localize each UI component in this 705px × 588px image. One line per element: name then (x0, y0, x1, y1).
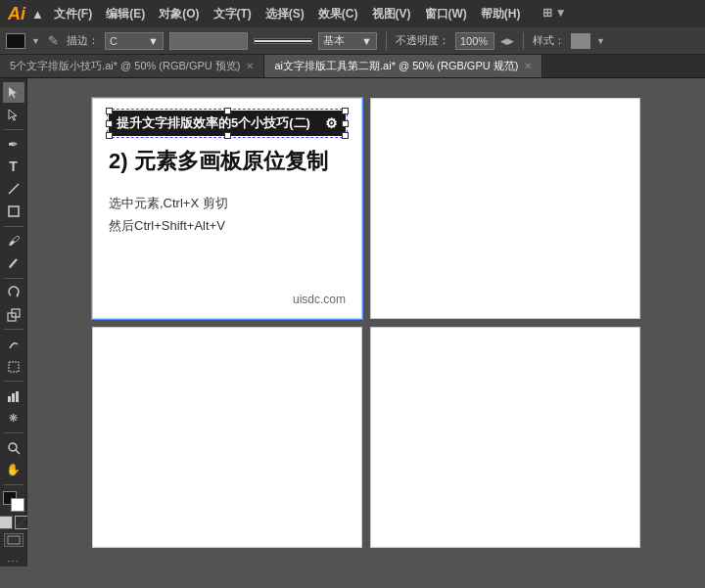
fill-mode-btn[interactable] (0, 516, 13, 529)
artboard-3[interactable] (92, 327, 362, 548)
type-tool[interactable]: T (3, 157, 24, 177)
more-tools[interactable]: ··· (7, 555, 19, 566)
graph-tool[interactable] (3, 385, 24, 406)
title-bar: Ai ▲ 文件(F) 编辑(E) 对象(O) 文字(T) 选择(S) 效果(C)… (0, 0, 705, 27)
title-bar-icon-right: ⚙ (325, 115, 338, 131)
svg-line-14 (16, 450, 20, 454)
handle-tr (342, 108, 349, 114)
artboards-grid: 提升文字排版效率的5个小技巧(二) ⚙ (92, 98, 640, 548)
artboard-4[interactable] (370, 327, 640, 548)
tool-separator-2 (4, 226, 24, 227)
color-swatches (3, 491, 24, 512)
svg-rect-12 (16, 391, 19, 402)
tool-separator-1 (4, 129, 24, 130)
svg-line-4 (10, 259, 17, 267)
fill-swatch[interactable] (6, 33, 25, 49)
menu-edit[interactable]: 编辑(E) (106, 6, 145, 23)
rotate-tool[interactable] (3, 282, 24, 302)
svg-line-15 (17, 518, 26, 527)
pen-tool[interactable]: ✒ (3, 134, 24, 155)
canvas-area[interactable]: 提升文字排版效率的5个小技巧(二) ⚙ (27, 78, 705, 566)
artboard-2[interactable] (370, 98, 640, 319)
paintbrush-tool[interactable]: 🖌 (3, 231, 24, 251)
stroke-style-dropdown[interactable]: 基本▼ (318, 32, 377, 50)
menu-expand-icon[interactable]: ⊞ ▼ (542, 6, 567, 23)
handle-mr (342, 120, 349, 127)
style-arrow[interactable]: ▼ (596, 36, 605, 46)
stroke-mode-btn[interactable] (15, 516, 28, 529)
separator-1 (386, 32, 387, 50)
fill-arrow[interactable]: ▼ (31, 36, 40, 46)
style-swatch[interactable] (571, 33, 590, 49)
tab-close-2[interactable]: ✕ (524, 61, 532, 71)
svg-marker-1 (9, 110, 17, 120)
color-value-box (169, 32, 248, 50)
stroke-dropdown[interactable]: C▼ (105, 32, 164, 50)
toolbar: ✒ T 🖌 (0, 78, 27, 566)
direct-selection-tool[interactable] (3, 105, 24, 125)
menu-window[interactable]: 窗口(W) (425, 6, 467, 23)
title-bar-text: 提升文字排版效率的5个小技巧(二) (117, 114, 310, 132)
zoom-tool[interactable] (3, 437, 24, 458)
screen-mode-btn[interactable] (4, 533, 24, 547)
svg-point-13 (9, 443, 17, 451)
opacity-value[interactable]: 100% (455, 32, 494, 50)
artboard-footer: uisdc.com (293, 293, 346, 306)
tab-file2[interactable]: ai文字排版工具第二期.ai* @ 50% (RGB/GPU 规范) ✕ (264, 55, 542, 77)
separator-2 (523, 32, 524, 50)
opacity-label: 不透明度： (396, 33, 449, 48)
main-layout: ✒ T 🖌 (0, 78, 705, 566)
tab-close-1[interactable]: ✕ (246, 61, 254, 71)
body-line-1: 选中元素,Ctrl+X 剪切 (109, 192, 346, 214)
view-mode-buttons (4, 533, 24, 547)
menu-text[interactable]: 文字(T) (213, 6, 252, 23)
warp-tool[interactable] (3, 334, 24, 354)
style-label: 样式： (533, 33, 565, 48)
menu-effect[interactable]: 效果(C) (318, 6, 358, 23)
title-selection-wrapper: 提升文字排版效率的5个小技巧(二) ⚙ (109, 111, 346, 136)
tab-label-2: ai文字排版工具第二期.ai* @ 50% (RGB/GPU 规范) (274, 59, 518, 73)
menu-select[interactable]: 选择(S) (265, 6, 305, 23)
stroke-preview (254, 38, 312, 44)
artboard-title-bar: 提升文字排版效率的5个小技巧(二) ⚙ (109, 111, 346, 136)
svg-rect-16 (8, 536, 20, 544)
title-bar-icon: ▲ (31, 7, 44, 22)
selection-tool[interactable] (3, 82, 24, 103)
tool-options-icon[interactable]: ✎ (48, 33, 59, 48)
opacity-arrows[interactable]: ◀▶ (500, 36, 514, 46)
artboard-1[interactable]: 提升文字排版效率的5个小技巧(二) ⚙ (92, 98, 362, 319)
scale-tool[interactable] (3, 304, 24, 325)
svg-rect-9 (9, 362, 19, 372)
pencil-tool[interactable] (3, 253, 24, 274)
svg-rect-11 (12, 393, 15, 402)
handle-bm (224, 132, 231, 139)
tab-file1[interactable]: 5个文字排版小技巧.ai* @ 50% (RGB/GPU 预览) ✕ (0, 55, 264, 77)
hand-tool[interactable]: ✋ (3, 460, 24, 480)
artboard-main-title: 2) 元素多画板原位复制 (109, 148, 346, 176)
menu-view[interactable]: 视图(V) (372, 6, 411, 23)
artboard-1-content: 提升文字排版效率的5个小技巧(二) ⚙ (93, 99, 361, 318)
mode-buttons (0, 516, 28, 529)
stroke-label: 描边： (67, 33, 99, 48)
tab-label-1: 5个文字排版小技巧.ai* @ 50% (RGB/GPU 预览) (10, 59, 240, 73)
options-bar: ▼ ✎ 描边： C▼ 基本▼ 不透明度： 100% ◀▶ 样式： ▼ (0, 27, 705, 55)
free-transform-tool[interactable] (3, 356, 24, 377)
handle-ml (106, 120, 113, 127)
menu-file[interactable]: 文件(F) (54, 6, 92, 23)
handle-br (342, 132, 349, 139)
line-tool[interactable] (3, 179, 24, 200)
svg-marker-0 (9, 87, 17, 98)
menu-bar-nav: 文件(F) 编辑(E) 对象(O) 文字(T) 选择(S) 效果(C) 视图(V… (54, 6, 567, 23)
app-logo: Ai (8, 4, 25, 24)
tab-bar: 5个文字排版小技巧.ai* @ 50% (RGB/GPU 预览) ✕ ai文字排… (0, 55, 705, 78)
handle-tm (224, 108, 231, 114)
handle-bl (106, 132, 113, 139)
tool-separator-6 (4, 432, 24, 433)
symbol-sprayer-tool[interactable]: ❋ (3, 408, 24, 429)
menu-object[interactable]: 对象(O) (159, 6, 199, 23)
menu-help[interactable]: 帮助(H) (481, 6, 521, 23)
svg-rect-3 (9, 206, 19, 216)
background-swatch[interactable] (11, 498, 24, 512)
rect-tool[interactable] (3, 202, 24, 222)
tool-separator-4 (4, 329, 24, 330)
